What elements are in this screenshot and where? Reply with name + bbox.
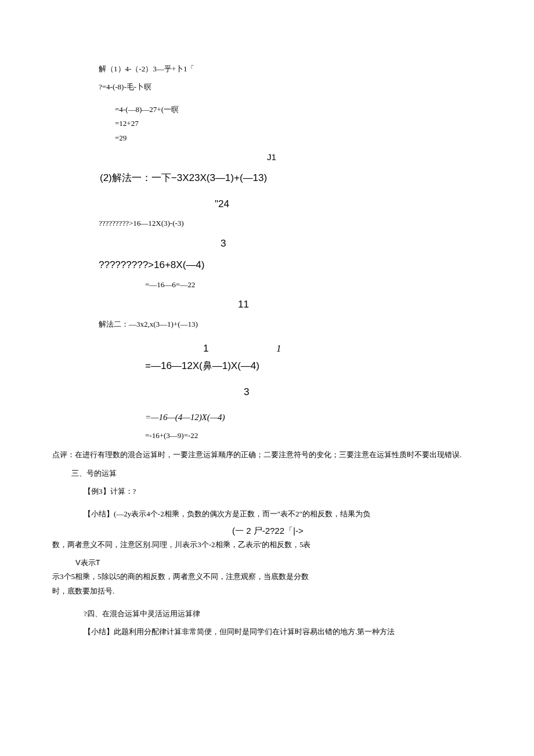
text: =—16—12X(鼻—1)X(—4) — [145, 360, 259, 371]
text: =29 — [115, 133, 127, 142]
text: 点评：在进行有理数的混合运算时，一要注意运算顺序的正确；二要注意符号的变化；三要… — [52, 450, 461, 459]
text: 三、号的运算 — [71, 469, 117, 478]
method2-line-1: 解法二：—3x2,x(3—1)+(—13) — [99, 319, 482, 331]
method1-line-1: (2)解法一：一下−3X23X(3—1)+(—13) — [100, 170, 482, 186]
text: 示3个5相乘，5除以5的商的相反数，两者意义不同，注意观察，当底数是分数 — [52, 572, 309, 581]
fragment-11: 11 — [238, 296, 482, 312]
solution-line-5: =29 — [115, 132, 482, 144]
text: =—16—(4—12)X(—4) — [145, 413, 225, 422]
method1-line-2: ?????????>16—12X(3)-(-3) — [99, 218, 482, 230]
summary-line-1: 【小结】(—2y表示4个-2相乘，负数的偶次方是正数，而一"表不2"的相反数，结… — [84, 508, 482, 520]
text: (一 2 尸-2?22「|-> — [232, 526, 304, 536]
text: 解法二：—3x2,x(3—1)+(—13) — [99, 320, 198, 328]
text: ?四、在混合运算中灵活运用运算律 — [84, 609, 200, 618]
summary-line-3: V表示T — [75, 557, 482, 569]
text: 【小结】此题利用分配律计算非常简便，但同时是同学们在计算时容易出错的地方.第一种… — [84, 627, 395, 636]
text: 3 — [221, 238, 226, 249]
section-3-title: 三、号的运算 — [52, 468, 482, 480]
text: ?????????>16—12X(3)-(-3) — [99, 219, 184, 227]
solution-line-4: =12+27 — [115, 118, 482, 130]
summary-4: 【小结】此题利用分配律计算非常简便，但同时是同学们在计算时容易出错的地方.第一种… — [84, 626, 482, 638]
example-3: 【例3】计算：? — [84, 486, 482, 498]
text: =-16+(3—9)=-22 — [145, 431, 198, 440]
text: ?=4-(-8)-毛-卜暝 — [99, 82, 151, 91]
summary-line-2: 数，两者意义不同，注意区别.同理，川表示3个-2相乘，乙表示'的相反数，5表 — [52, 539, 482, 551]
text-b: 1 — [276, 343, 282, 354]
text: 3 — [244, 386, 249, 397]
text: 数，两者意义不同，注意区别.同理，川表示3个-2相乘，乙表示'的相反数，5表 — [52, 540, 311, 549]
solution-line-2: ?=4-(-8)-毛-卜暝 — [99, 81, 482, 93]
text: J1 — [267, 152, 276, 162]
text: =12+27 — [115, 119, 139, 128]
text-a: 1 — [203, 343, 208, 354]
text: ?????????>16+8X(—4) — [99, 259, 204, 270]
fragment-24: "24 — [215, 196, 482, 212]
text: 时，底数要加括号. — [52, 587, 114, 595]
method1-line-3: ?????????>16+8X(—4) — [99, 257, 482, 273]
text: =4-(—8)—27+(一暝 — [115, 105, 179, 114]
document-page: 解（1）4-（-2）3—乎+卜1「 ?=4-(-8)-毛-卜暝 =4-(—8)—… — [0, 0, 534, 756]
text: 11 — [238, 299, 249, 310]
text: =—16—6=—22 — [145, 280, 195, 289]
method2-line-3: =—16—(4—12)X(—4) — [145, 410, 482, 424]
text: V表示T — [75, 558, 100, 567]
method2-line-4: =-16+(3—9)=-22 — [145, 430, 482, 442]
summary-line-5: 时，底数要加括号. — [52, 585, 482, 598]
fragment-3b: 3 — [244, 384, 482, 400]
text: "24 — [215, 198, 229, 209]
method1-line-4: =—16—6=—22 — [145, 279, 482, 291]
text: 【例3】计算：? — [84, 487, 136, 495]
comment-paragraph: 点评：在进行有理数的混合运算时，一要注意运算顺序的正确；二要注意符号的变化；三要… — [52, 448, 482, 462]
fragment-j1: J1 — [267, 150, 482, 164]
method2-line-2: =—16—12X(鼻—1)X(—4) — [145, 358, 482, 374]
solution-line-3: =4-(—8)—27+(一暝 — [115, 104, 482, 116]
text: 【小结】(—2y表示4个-2相乘，负数的偶次方是正数，而一"表不2"的相反数，结… — [84, 509, 370, 518]
text: (2)解法一：一下−3X23X(3—1)+(—13) — [100, 172, 267, 183]
solution-line-1: 解（1）4-（-2）3—乎+卜1「 — [99, 63, 482, 75]
fragment-3a: 3 — [221, 236, 482, 251]
summary-line-4: 示3个5相乘，5除以5的商的相反数，两者意义不同，注意观察，当底数是分数 — [52, 571, 482, 583]
section-4-title: ?四、在混合运算中灵活运用运算律 — [84, 608, 482, 620]
fragment-1-1: 1 1 — [203, 341, 482, 356]
text: 解（1）4-（-2）3—乎+卜1「 — [99, 64, 195, 73]
math-inline-fragment: (一 2 尸-2?22「|-> — [232, 524, 482, 538]
